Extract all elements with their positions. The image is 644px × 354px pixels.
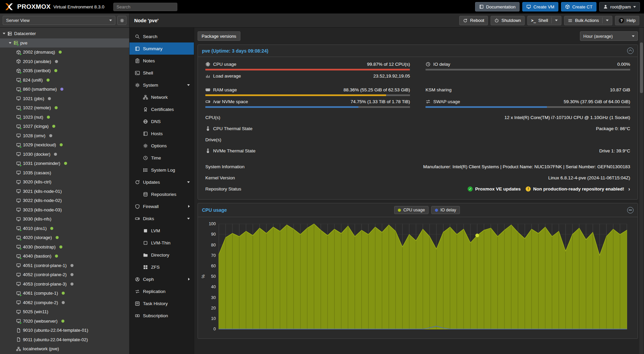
group-caret-icon[interactable]	[187, 181, 190, 183]
help-button[interactable]: ?Help	[615, 16, 639, 25]
tree-item-824-unifi[interactable]: 824 (unifi)	[0, 76, 129, 85]
menu-item-repositories[interactable]: Repositories	[129, 188, 194, 200]
square-o-icon	[143, 240, 148, 245]
tree-item-4040-bastion[interactable]: 4040 (bastion)	[0, 252, 129, 261]
tree-item-2010-ansible[interactable]: 2010 (ansible)	[0, 57, 129, 66]
tree-item-3020-k8s-ctrl[interactable]: 3020 (k8s-ctrl)	[0, 177, 129, 187]
menu-item-updates[interactable]: Updates	[129, 176, 194, 188]
tree-item-3030-k8s-nfs[interactable]: 3030 (k8s-nfs)	[0, 214, 129, 224]
tree-item-1023-nut[interactable]: 1023 (nut)	[0, 113, 129, 122]
tree-item-pve[interactable]: pve	[0, 38, 129, 48]
dropdown-caret-icon[interactable]	[555, 20, 558, 21]
dropdown-caret-icon[interactable]	[606, 20, 609, 21]
global-search-input[interactable]	[113, 3, 177, 11]
group-caret-icon[interactable]	[187, 84, 190, 86]
menu-item-zfs[interactable]: ZFS	[129, 261, 194, 273]
menu-item-disks[interactable]: Disks	[129, 212, 194, 225]
tree-item-4061-compute-1[interactable]: 4061 (compute-1)	[0, 289, 129, 298]
menu-item-search[interactable]: Search	[129, 30, 194, 42]
collapse-panel-button[interactable]	[627, 207, 634, 213]
menu-item-options[interactable]: Options	[129, 140, 194, 152]
tag-dot	[49, 134, 52, 137]
tree-item-1028-omv[interactable]: 1028 (omv)	[0, 131, 129, 141]
menu-item-certificates[interactable]: Certificates	[129, 103, 194, 115]
menu-item-shell[interactable]: Shell	[129, 67, 194, 79]
tree-item-4062-compute-2[interactable]: 4062 (compute-2)	[0, 298, 129, 307]
tree-item-5025-win11[interactable]: 5025 (win11)	[0, 307, 129, 317]
reboot-button[interactable]: Reboot	[459, 16, 488, 25]
group-caret-icon[interactable]	[188, 205, 190, 208]
power-icon	[494, 18, 499, 23]
thermo-icon	[205, 126, 210, 131]
running-indicator	[20, 109, 22, 111]
tree-item-860-smarthome[interactable]: 860 (smarthome)	[0, 85, 129, 94]
content-scrollbar[interactable]	[639, 28, 643, 354]
tree-item-localnetwork-pve[interactable]: localnetwork (pve)	[0, 344, 129, 354]
tree-item-datacenter[interactable]: Datacenter	[0, 29, 129, 38]
user-menu-button[interactable]: root@pam	[599, 2, 640, 11]
help-icon: ?	[619, 18, 624, 23]
shutdown-button[interactable]: Shutdown	[491, 16, 525, 25]
menu-item-lvm-thin[interactable]: LVM-Thin	[129, 237, 194, 249]
collapse-panel-button[interactable]	[627, 48, 634, 54]
collapse-caret-icon[interactable]	[9, 42, 11, 44]
group-caret-icon[interactable]	[187, 218, 190, 219]
menu-item-directory[interactable]: Directory	[129, 249, 194, 261]
tree-item-7020-webserver[interactable]: 7020 (webserver)	[0, 317, 129, 326]
tree-item-4051-control-plane-1[interactable]: 4051 (control-plane-1)	[0, 261, 129, 270]
package-versions-button[interactable]: Package versions	[198, 31, 240, 41]
tree-item-4030-bootstrap[interactable]: 4030 (bootstrap)	[0, 242, 129, 252]
menu-item-summary[interactable]: Summary	[129, 42, 194, 55]
menu-item-ceph[interactable]: Ceph	[129, 273, 194, 285]
tree-item-4053-control-plane-3[interactable]: 4053 (control-plane-3)	[0, 279, 129, 289]
legend-item-io-delay[interactable]: IO delay	[431, 206, 460, 214]
group-caret-icon[interactable]	[188, 278, 190, 281]
documentation-button[interactable]: Documentation	[475, 2, 520, 11]
tag-dot	[62, 301, 65, 304]
tree-item-4052-control-plane-2[interactable]: 4052 (control-plane-2)	[0, 270, 129, 279]
tree-item-1027-icinga[interactable]: 1027 (icinga)	[0, 122, 129, 131]
tree-item-1030-docker[interactable]: 1030 (docker)	[0, 150, 129, 159]
tree-item-1022-remote[interactable]: 1022 (remote)	[0, 103, 129, 113]
tree-item-2035-certbot[interactable]: 2035 (certbot)	[0, 66, 129, 76]
menu-item-network[interactable]: Network	[129, 91, 194, 103]
menu-item-system-log[interactable]: System Log	[129, 164, 194, 176]
tree-item-1029-nextcloud[interactable]: 1029 (nextcloud)	[0, 140, 129, 150]
collapse-caret-icon[interactable]	[3, 33, 5, 34]
menu-item-time[interactable]: Time	[129, 152, 194, 164]
scrollbar-thumb[interactable]	[640, 42, 643, 93]
menu-item-lvm[interactable]: LVM	[129, 225, 194, 237]
shell-button[interactable]: >_Shell	[527, 16, 561, 25]
tree-item-3023-k8s-node-03[interactable]: 3023 (k8s-node-03)	[0, 205, 129, 215]
tree-item-4010-dns1[interactable]: 4010 (dns1)	[0, 224, 129, 233]
create-ct-button[interactable]: Create CT	[561, 2, 596, 11]
bulk-actions-button[interactable]: Bulk Actions	[564, 16, 612, 25]
menu-item-task-history[interactable]: Task History	[129, 297, 194, 309]
tasks-icon	[135, 301, 140, 306]
svg-text:%: %	[201, 274, 206, 278]
svg-text:30: 30	[211, 295, 216, 300]
menu-item-dns[interactable]: DNS	[129, 115, 194, 127]
tree-item-9010-ubuntu-22-04-template-01[interactable]: 9010 (ubuntu-22.04-template-01)	[0, 326, 129, 335]
menu-item-system[interactable]: System	[129, 79, 194, 91]
tree-settings-button[interactable]	[117, 16, 126, 25]
tree-item-2002-dnsmasq[interactable]: 2002 (dnsmasq)	[0, 48, 129, 57]
chevron-right-icon[interactable]: ›	[628, 186, 630, 192]
create-vm-button[interactable]: Create VM	[522, 2, 558, 11]
view-mode-select[interactable]: Server View	[3, 16, 115, 25]
tree-item-1021-pbs[interactable]: 1021 (pbs)	[0, 94, 129, 104]
tree-item-9011-ubuntu-22-04-template-02[interactable]: 9011 (ubuntu-22.04-template-02)	[0, 335, 129, 345]
menu-item-subscription[interactable]: Subscription	[129, 309, 194, 322]
template-icon	[16, 337, 21, 342]
timeframe-select[interactable]: Hour (average)	[580, 31, 638, 41]
tree-item-1031-zoneminder[interactable]: 1031 (zoneminder)	[0, 159, 129, 168]
menu-item-firewall[interactable]: Firewall	[129, 200, 194, 212]
tree-item-3022-k8s-node-02[interactable]: 3022 (k8s-node-02)	[0, 196, 129, 205]
menu-item-replication[interactable]: Replication	[129, 285, 194, 297]
tree-item-1035-casaos[interactable]: 1035 (casaos)	[0, 168, 129, 178]
tree-item-4020-storage[interactable]: 4020 (storage)	[0, 233, 129, 242]
tree-item-3021-k8s-node-01[interactable]: 3021 (k8s-node-01)	[0, 187, 129, 196]
menu-item-hosts[interactable]: Hosts	[129, 127, 194, 140]
menu-item-notes[interactable]: Notes	[129, 55, 194, 67]
legend-item-cpu-usage[interactable]: CPU usage	[394, 206, 429, 214]
